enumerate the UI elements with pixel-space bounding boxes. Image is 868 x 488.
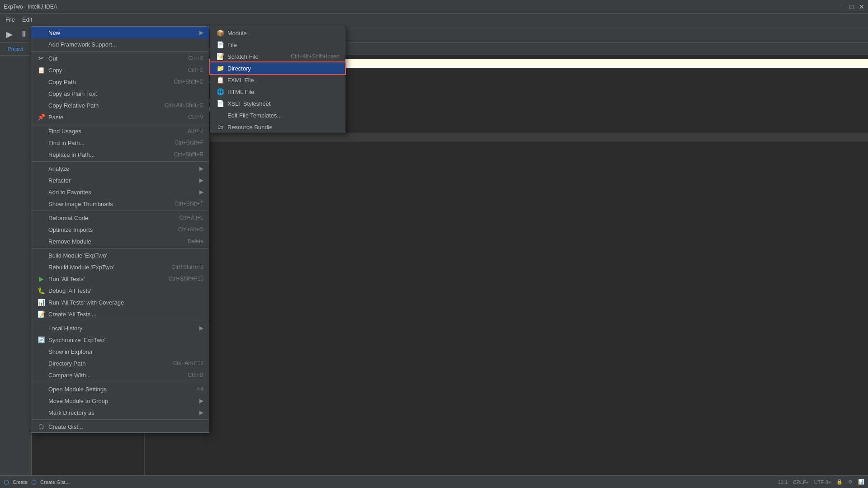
- ctx-item-rebuild-module[interactable]: Rebuild Module 'ExpTwo' Ctrl+Shift+F9: [31, 261, 209, 273]
- ctx-item-analyze[interactable]: Analyze ▶: [31, 163, 209, 174]
- ctx-shortcut-copy-relative: Ctrl+Alt+Shift+C: [165, 102, 203, 108]
- submenu-item-resource-bundle[interactable]: 🗂 Resource Bundle: [210, 121, 345, 133]
- ctx-label-copy-plain: Copy as Plain Text: [48, 90, 203, 97]
- ctx-item-create-gist[interactable]: ⬡ Create Gist...: [31, 421, 209, 432]
- ctx-shortcut-find-usages: Alt+F7: [188, 128, 203, 134]
- ctx-item-run-with-coverage[interactable]: 📊 Run 'All Tests' with Coverage: [31, 296, 209, 308]
- ctx-item-build-module[interactable]: Build Module 'ExpTwo': [31, 249, 209, 261]
- ctx-item-refactor[interactable]: Refactor ▶: [31, 174, 209, 186]
- ctx-item-synchronize[interactable]: 🔄 Synchronize 'ExpTwo': [31, 334, 209, 346]
- ctx-label-paste: Paste: [48, 114, 181, 121]
- ctx-item-move-module[interactable]: Move Module to Group ▶: [31, 395, 209, 407]
- ctx-arrow-refactor: ▶: [199, 177, 203, 183]
- ctx-label-find-usages: Find Usages: [48, 128, 180, 135]
- ctx-item-copy-path[interactable]: Copy Path Ctrl+Shift+C: [31, 76, 209, 88]
- ctx-label-run-all: Run 'All Tests': [48, 276, 161, 282]
- ctx-item-show-in-explorer[interactable]: Show in Explorer: [31, 346, 209, 357]
- submenu-label-module: Module: [227, 30, 340, 37]
- sync-icon: 🔄: [37, 336, 46, 343]
- ctx-item-copy-relative-path[interactable]: Copy Relative Path Ctrl+Alt+Shift+C: [31, 99, 209, 111]
- ctx-label-copy-relative: Copy Relative Path: [48, 102, 157, 109]
- copy-icon: 📋: [37, 66, 46, 74]
- ctx-separator-7: [31, 382, 209, 382]
- ctx-item-find-in-path[interactable]: Find in Path... Ctrl+Shift+F: [31, 137, 209, 149]
- ctx-separator-6: [31, 321, 209, 321]
- ctx-item-create-all-tests[interactable]: 📝 Create 'All Tests'...: [31, 308, 209, 320]
- ctx-item-open-module-settings[interactable]: Open Module Settings F4: [31, 383, 209, 395]
- ctx-shortcut-copy: Ctrl+C: [188, 67, 203, 73]
- ctx-item-copy-plain-text[interactable]: Copy as Plain Text: [31, 88, 209, 99]
- ctx-label-copy: Copy: [48, 67, 181, 74]
- ctx-item-directory-path[interactable]: Directory Path Ctrl+Alt+F12: [31, 357, 209, 369]
- ctx-label-debug-all: Debug 'All Tests': [48, 287, 203, 294]
- ctx-item-copy[interactable]: 📋 Copy Ctrl+C: [31, 64, 209, 76]
- ctx-item-find-usages[interactable]: Find Usages Alt+F7: [31, 125, 209, 137]
- submenu-item-html[interactable]: 🌐 HTML File: [210, 86, 345, 98]
- ctx-item-remove-module[interactable]: Remove Module Delete: [31, 235, 209, 247]
- ctx-label-show-explorer: Show in Explorer: [48, 348, 203, 355]
- ctx-label-replace-in-path: Replace in Path...: [48, 151, 167, 158]
- ctx-item-replace-in-path[interactable]: Replace in Path... Ctrl+Shift+R: [31, 149, 209, 160]
- ctx-shortcut-thumbnails: Ctrl+Shift+T: [175, 201, 203, 207]
- ctx-shortcut-module-settings: F4: [197, 386, 203, 392]
- ctx-label-refactor: Refactor: [48, 177, 198, 184]
- ctx-item-add-to-favorites[interactable]: Add to Favorites ▶: [31, 186, 209, 198]
- module-icon: 📦: [216, 29, 225, 37]
- ctx-item-show-image-thumbnails[interactable]: Show Image Thumbnails Ctrl+Shift+T: [31, 198, 209, 210]
- submenu-shortcut-scratch: Ctrl+Alt+Shift+Insert: [291, 53, 340, 60]
- ctx-item-reformat-code[interactable]: Reformat Code Ctrl+Alt+L: [31, 212, 209, 224]
- ctx-shortcut-optimize: Ctrl+Alt+O: [178, 226, 203, 233]
- ctx-label-analyze: Analyze: [48, 165, 198, 172]
- ctx-arrow-favorites: ▶: [199, 189, 203, 195]
- ctx-label-move-module: Move Module to Group: [48, 398, 198, 404]
- ctx-item-cut[interactable]: ✂ Cut Ctrl+X: [31, 52, 209, 64]
- ctx-shortcut-find-in-path: Ctrl+Shift+F: [175, 140, 203, 146]
- submenu-item-directory[interactable]: 📁 Directory: [210, 62, 345, 74]
- github-icon: ⬡: [37, 423, 46, 430]
- ctx-item-debug-all-tests[interactable]: 🐛 Debug 'All Tests': [31, 285, 209, 296]
- ctx-shortcut-run-all: Ctrl+Shift+F10: [169, 276, 203, 282]
- debug-icon: 🐛: [37, 287, 46, 294]
- submenu-label-html: HTML File: [227, 89, 340, 95]
- ctx-item-add-framework[interactable]: Add Framework Support...: [31, 38, 209, 50]
- ctx-label-coverage: Run 'All Tests' with Coverage: [48, 299, 203, 306]
- ctx-label-local-history: Local History: [48, 325, 198, 332]
- context-menu: New ▶ Add Framework Support... ✂ Cut Ctr…: [31, 26, 209, 433]
- ctx-item-local-history[interactable]: Local History ▶: [31, 322, 209, 334]
- ctx-item-mark-directory[interactable]: Mark Directory as ▶: [31, 407, 209, 418]
- ctx-item-paste[interactable]: 📌 Paste Ctrl+V: [31, 111, 209, 123]
- ctx-shortcut-replace-in-path: Ctrl+Shift+R: [174, 151, 203, 158]
- ctx-label-synchronize: Synchronize 'ExpTwo': [48, 337, 203, 343]
- ctx-arrow-local-history: ▶: [199, 325, 203, 331]
- ctx-arrow-mark-dir: ▶: [199, 409, 203, 416]
- ctx-label-copy-path: Copy Path: [48, 79, 167, 85]
- ctx-separator-1: [31, 51, 209, 52]
- ctx-separator-4: [31, 211, 209, 211]
- html-icon: 🌐: [216, 88, 225, 95]
- ctx-label-rebuild: Rebuild Module 'ExpTwo': [48, 264, 164, 271]
- ctx-shortcut-copy-path: Ctrl+Shift+C: [174, 79, 203, 85]
- ctx-label-thumbnails: Show Image Thumbnails: [48, 201, 167, 207]
- file-icon: 📄: [216, 41, 225, 48]
- ctx-arrow-analyze: ▶: [199, 165, 203, 172]
- submenu-item-file[interactable]: 📄 File: [210, 39, 345, 51]
- ctx-item-new[interactable]: New ▶: [31, 27, 209, 38]
- ctx-shortcut-compare: Ctrl+D: [188, 372, 203, 378]
- ctx-label-remove-module: Remove Module: [48, 238, 180, 245]
- ctx-shortcut-rebuild: Ctrl+Shift+F9: [171, 264, 203, 270]
- submenu-item-xslt[interactable]: 📄 XSLT Stylesheet: [210, 98, 345, 109]
- ctx-label-reformat: Reformat Code: [48, 215, 172, 221]
- ctx-item-optimize-imports[interactable]: Optimize Imports Ctrl+Alt+O: [31, 224, 209, 235]
- submenu-label-file: File: [227, 42, 340, 48]
- xslt-icon: 📄: [216, 100, 225, 107]
- context-menu-overlay[interactable]: New ▶ Add Framework Support... ✂ Cut Ctr…: [0, 0, 868, 488]
- ctx-separator-2: [31, 124, 209, 124]
- submenu-item-fxml[interactable]: 📋 FXML File: [210, 74, 345, 86]
- submenu-item-scratch-file[interactable]: 📝 Scratch File Ctrl+Alt+Shift+Insert: [210, 51, 345, 62]
- ctx-item-run-all-tests[interactable]: ▶ Run 'All Tests' Ctrl+Shift+F10: [31, 273, 209, 285]
- submenu-item-edit-templates[interactable]: Edit File Templates...: [210, 109, 345, 121]
- submenu-item-module[interactable]: 📦 Module: [210, 27, 345, 39]
- ctx-item-compare-with[interactable]: Compare With... Ctrl+D: [31, 369, 209, 381]
- submenu-label-directory: Directory: [227, 65, 340, 72]
- fxml-icon: 📋: [216, 76, 225, 84]
